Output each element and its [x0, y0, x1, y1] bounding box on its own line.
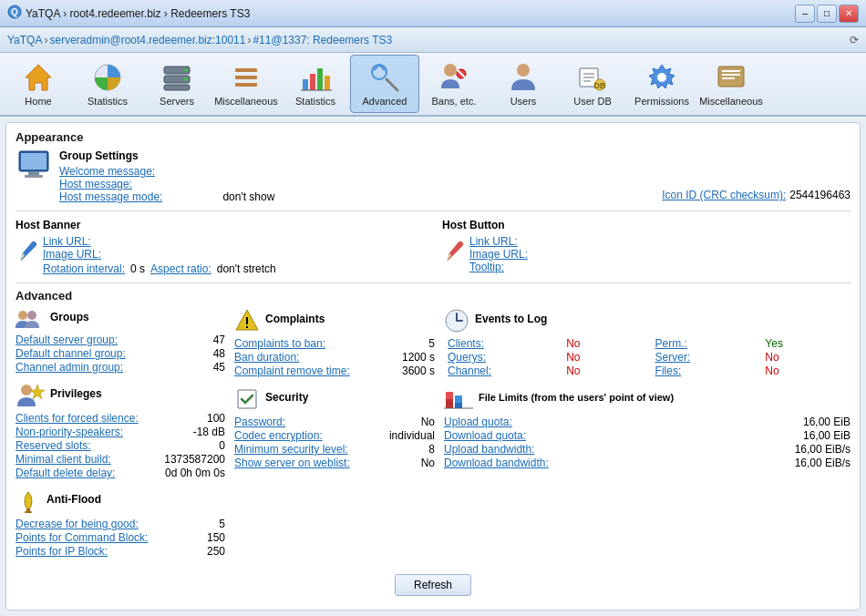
svg-rect-34 — [722, 74, 740, 76]
show-weblist-val: No — [380, 457, 435, 469]
window-controls: – □ ✕ — [795, 5, 859, 23]
host-button-title: Host Button — [442, 219, 851, 231]
home-label: Home — [25, 96, 51, 108]
toolbar-misc2[interactable]: Miscellaneous — [696, 55, 766, 113]
upload-bandwidth-link[interactable]: Upload bandwidth: — [444, 443, 791, 456]
complaints-ban-link[interactable]: Complaints to ban: — [234, 337, 376, 350]
non-priority-link[interactable]: Non-priority-speakers: — [15, 426, 167, 438]
close-button[interactable]: ✕ — [839, 5, 859, 23]
svg-rect-38 — [28, 171, 39, 175]
mode-value: don't show — [222, 190, 274, 203]
ip-block-link[interactable]: Points for IP Block: — [15, 545, 167, 558]
cmd-block-link[interactable]: Points for Command Block: — [15, 531, 167, 544]
min-security-link[interactable]: Minimum security level: — [234, 443, 376, 456]
host-banner-title: Host Banner — [15, 219, 424, 231]
hbtn-image-url[interactable]: Image URL: — [469, 248, 528, 261]
file-limits-icon — [444, 386, 473, 412]
show-weblist-link[interactable]: Show server on weblist: — [234, 457, 376, 469]
delete-delay-link[interactable]: Default delete delay: — [15, 467, 161, 479]
toolbar-bans[interactable]: Bans, etc. — [419, 55, 489, 113]
querys-label[interactable]: Querys: — [448, 351, 559, 364]
toolbar-statistics1[interactable]: Statistics — [73, 55, 142, 113]
host-message-mode-link[interactable]: Host message mode: — [59, 190, 162, 203]
complaint-remove-val: 3600 s — [380, 364, 435, 377]
toolbar-misc1[interactable]: Miscellaneous — [211, 55, 281, 113]
events-section: Events to Log Clients: No Perm.: Yes Que… — [444, 308, 851, 377]
svg-rect-45 — [25, 511, 32, 513]
clients-label[interactable]: Clients: — [448, 337, 559, 350]
host-button-col: Host Button Link URL: Image URL: Tooltip… — [442, 219, 851, 275]
advanced-title: Advanced — [15, 289, 851, 303]
download-bandwidth-link[interactable]: Download bandwidth: — [444, 457, 791, 469]
download-quota-link[interactable]: Download quota: — [444, 429, 792, 442]
download-quota-val: 16,00 EiB — [796, 429, 851, 442]
rotation-interval-link[interactable]: Rotation interval: — [43, 262, 125, 275]
addr-server[interactable]: serveradmin@root4.redeemer.biz:10011 — [49, 34, 245, 46]
complaints-ban-row: Complaints to ban: 5 — [234, 337, 435, 350]
banner-link-url[interactable]: Link URL: — [43, 235, 276, 248]
minimal-build-link[interactable]: Minimal client build: — [15, 453, 160, 466]
svg-rect-56 — [455, 403, 462, 408]
files-val: No — [765, 364, 851, 377]
channel-admin-group-link[interactable]: Channel admin group: — [15, 361, 167, 374]
addr-channel[interactable]: #11@1337: Redeemers TS3 — [253, 34, 392, 46]
toolbar-userdb[interactable]: DB User DB — [558, 55, 627, 113]
refresh-button[interactable]: Refresh — [395, 574, 471, 596]
welcome-message-link[interactable]: Welcome message: — [59, 165, 274, 178]
codec-enc-link[interactable]: Codec encryption: — [234, 429, 376, 442]
toolbar-permissions[interactable]: Permissions — [627, 55, 696, 113]
hbtn-link-url[interactable]: Link URL: — [469, 235, 528, 248]
hbtn-tooltip[interactable]: Tooltip: — [469, 261, 528, 273]
password-val: No — [380, 416, 435, 428]
codec-enc-val: individual — [380, 429, 435, 442]
default-channel-group-link[interactable]: Default channel group: — [15, 347, 167, 360]
users-label: Users — [510, 96, 537, 108]
maximize-button[interactable]: □ — [817, 5, 837, 23]
toolbar-home[interactable]: Home — [4, 55, 73, 113]
ban-duration-link[interactable]: Ban duration: — [234, 351, 376, 364]
svg-rect-39 — [25, 175, 43, 178]
svg-rect-10 — [235, 76, 257, 79]
icon-id-label[interactable]: Icon ID (CRC checksum): — [662, 189, 786, 201]
server-label[interactable]: Server: — [655, 351, 758, 364]
default-server-group-link[interactable]: Default server group: — [15, 334, 167, 346]
security-icon — [234, 386, 260, 412]
ip-block-val: 250 — [170, 545, 225, 558]
svg-rect-35 — [722, 77, 735, 79]
minimize-button[interactable]: – — [795, 5, 815, 23]
channel-label[interactable]: Channel: — [448, 364, 559, 377]
decrease-good-row: Decrease for being good: 5 — [15, 518, 225, 530]
reserved-slots-row: Reserved slots: 0 — [15, 439, 225, 452]
addr-yatqa[interactable]: YaTQA — [7, 34, 42, 46]
svg-point-17 — [372, 65, 387, 79]
channel-admin-group-val: 45 — [170, 361, 225, 374]
toolbar-users[interactable]: Users — [489, 55, 558, 113]
reserved-slots-link[interactable]: Reserved slots: — [15, 439, 167, 452]
server-val: No — [765, 351, 851, 364]
svg-point-7 — [184, 68, 188, 72]
svg-rect-47 — [246, 317, 248, 324]
rotation-value: 0 s — [130, 262, 145, 275]
complaint-remove-link[interactable]: Complaint remove time: — [234, 364, 376, 377]
banner-image-url[interactable]: Image URL: — [43, 248, 276, 261]
minimal-build-row: Minimal client build: 1373587200 — [15, 453, 225, 466]
toolbar-servers[interactable]: Servers — [142, 55, 211, 113]
groups-icon — [15, 308, 45, 330]
stats2-label: Statistics — [295, 96, 335, 108]
svg-point-40 — [18, 311, 27, 320]
perm-label[interactable]: Perm.: — [655, 337, 758, 350]
toolbar-advanced[interactable]: Advanced — [350, 55, 419, 113]
svg-rect-33 — [722, 70, 740, 72]
banners-row: Host Banner Link URL: Image URL: Rotatio… — [15, 210, 851, 275]
password-link[interactable]: Password: — [234, 416, 376, 428]
decrease-good-link[interactable]: Decrease for being good: — [15, 518, 167, 530]
files-label[interactable]: Files: — [655, 364, 758, 377]
aspect-ratio-link[interactable]: Aspect ratio: — [150, 262, 211, 275]
svg-rect-9 — [235, 68, 257, 72]
host-message-link[interactable]: Host message: — [59, 178, 274, 190]
upload-quota-link[interactable]: Upload quota: — [444, 416, 792, 428]
appearance-title: Appearance — [15, 130, 851, 144]
complaints-section: Complaints Complaints to ban: 5 Ban dura… — [234, 308, 435, 377]
forced-silence-link[interactable]: Clients for forced silence: — [15, 412, 167, 425]
toolbar-statistics2[interactable]: Statistics — [281, 55, 350, 113]
